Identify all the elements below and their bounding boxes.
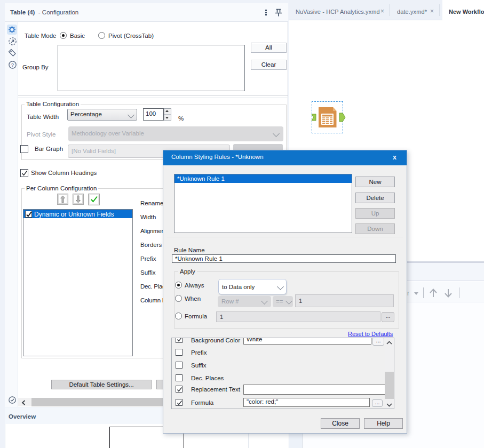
svg-text:?: ? — [11, 62, 14, 68]
